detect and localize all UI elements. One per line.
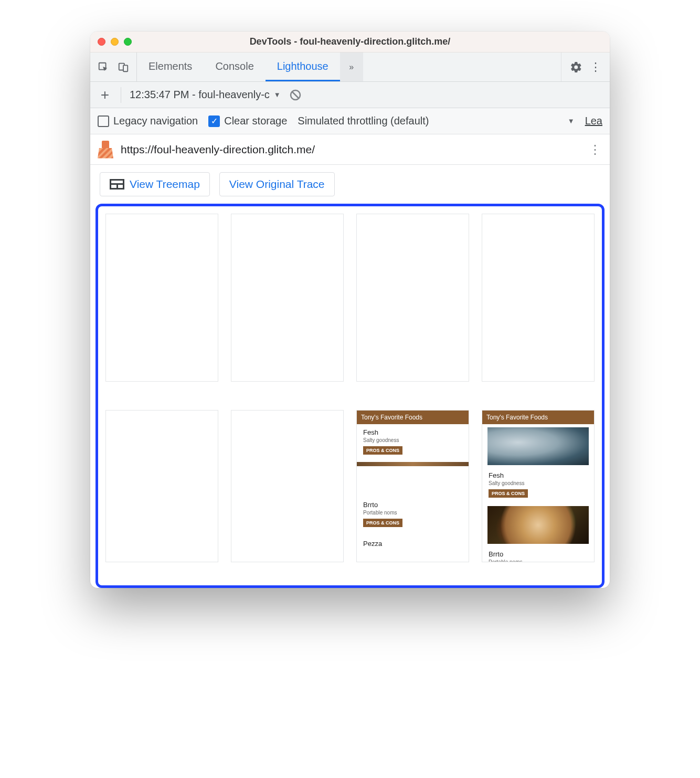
lighthouse-icon	[98, 141, 113, 159]
thumb-title: Fesh	[363, 428, 462, 436]
filmstrip-frame[interactable]	[356, 214, 469, 382]
filmstrip-frame[interactable]	[105, 410, 218, 562]
thumb-card: Fesh Salty goodness PROS & CONS	[357, 424, 469, 460]
treemap-icon	[110, 179, 124, 190]
report-actions: View Treemap View Original Trace	[90, 165, 610, 204]
view-trace-button[interactable]: View Original Trace	[219, 172, 335, 196]
more-tabs-button[interactable]: »	[340, 52, 363, 81]
thumb-title: Fesh	[489, 471, 588, 479]
checkbox-unchecked-icon	[98, 115, 109, 127]
thumb-title: Pezza	[363, 540, 462, 548]
thumb-title: Brrto	[489, 550, 588, 558]
kebab-menu-icon[interactable]: ⋮	[590, 66, 601, 69]
view-treemap-button[interactable]: View Treemap	[100, 172, 210, 196]
tab-console[interactable]: Console	[204, 52, 265, 81]
svg-rect-2	[123, 65, 128, 71]
zoom-icon[interactable]	[124, 38, 132, 46]
panel-tabs: Elements Console Lighthouse	[137, 52, 340, 81]
truncated-link[interactable]: Lea	[585, 115, 602, 127]
inspect-icon[interactable]	[98, 61, 109, 73]
clear-storage-option[interactable]: ✓ Clear storage	[208, 115, 287, 127]
thumb-image-strip	[357, 462, 469, 466]
pros-cons-badge: PROS & CONS	[363, 519, 402, 527]
window-title: DevTools - foul-heavenly-direction.glitc…	[90, 36, 610, 47]
chevron-down-icon: ▼	[274, 91, 281, 99]
thumb-header: Tony's Favorite Foods	[482, 411, 594, 424]
tab-elements[interactable]: Elements	[137, 52, 204, 81]
close-icon[interactable]	[98, 38, 105, 46]
thumb-sub: Salty goodness	[489, 480, 588, 486]
clear-storage-label: Clear storage	[224, 115, 287, 127]
tabbar-inspect-group	[90, 52, 137, 81]
legacy-nav-label: Legacy navigation	[113, 115, 198, 127]
throttling-label: Simulated throttling (default)	[298, 115, 429, 127]
thumb-image-burrito	[487, 506, 589, 544]
thumb-body: Fesh Salty goodness PROS & CONS Brrto Po…	[482, 427, 594, 562]
thumb-card: Fesh Salty goodness PROS & CONS	[482, 467, 594, 503]
clear-icon[interactable]	[289, 89, 302, 101]
filmstrip-frame[interactable]	[231, 410, 344, 562]
filmstrip-frame[interactable]: Tony's Favorite Foods Fesh Salty goodnes…	[356, 410, 469, 562]
thumb-card: Brrto Portable noms	[482, 546, 594, 562]
device-toggle-icon[interactable]	[118, 61, 129, 73]
chevron-down-icon: ▼	[568, 117, 575, 125]
titlebar: DevTools - foul-heavenly-direction.glitc…	[90, 31, 610, 52]
thumb-sub: Portable noms	[363, 510, 462, 516]
throttling-select[interactable]: Simulated throttling (default)	[298, 115, 429, 127]
lighthouse-options: Legacy navigation ✓ Clear storage Simula…	[90, 108, 610, 134]
report-urlbar: https://foul-heavenly-direction.glitch.m…	[90, 134, 610, 165]
svg-line-4	[292, 91, 299, 98]
legacy-nav-option[interactable]: Legacy navigation	[98, 115, 198, 127]
thumb-sub: Salty goodness	[363, 437, 462, 443]
chevron-double-right-icon: »	[349, 62, 354, 72]
thumb-title: Brrto	[363, 501, 462, 509]
report-select-label: 12:35:47 PM - foul-heavenly-c	[130, 89, 270, 101]
thumb-header: Tony's Favorite Foods	[357, 411, 469, 424]
view-trace-label: View Original Trace	[229, 178, 325, 191]
thumb-body: Fesh Salty goodness PROS & CONS Brrto Po…	[357, 424, 469, 554]
view-treemap-label: View Treemap	[130, 178, 200, 191]
gear-icon[interactable]	[570, 61, 582, 73]
filmstrip: Tony's Favorite Foods Fesh Salty goodnes…	[96, 204, 604, 588]
report-select[interactable]: 12:35:47 PM - foul-heavenly-c ▼	[130, 89, 281, 101]
devtools-window: DevTools - foul-heavenly-direction.glitc…	[90, 31, 610, 588]
thumb-card: Pezza	[357, 532, 469, 554]
pros-cons-badge: PROS & CONS	[363, 446, 402, 455]
pros-cons-badge: PROS & CONS	[489, 489, 528, 498]
lighthouse-toolbar: + 12:35:47 PM - foul-heavenly-c ▼	[90, 82, 610, 108]
filmstrip-frame[interactable]	[482, 214, 595, 382]
tabbar-right: ⋮	[561, 52, 610, 81]
thumb-image-fish	[487, 427, 589, 465]
tab-lighthouse[interactable]: Lighthouse	[266, 52, 340, 81]
filmstrip-frame[interactable]: Tony's Favorite Foods Fesh Salty goodnes…	[482, 410, 595, 562]
minimize-icon[interactable]	[111, 38, 119, 46]
traffic-lights	[98, 38, 132, 46]
report-menu-icon[interactable]: ⋮	[589, 142, 602, 157]
new-report-button[interactable]: +	[98, 87, 112, 103]
report-url: https://foul-heavenly-direction.glitch.m…	[121, 143, 581, 156]
thumb-card: Brrto Portable noms PROS & CONS	[357, 497, 469, 532]
separator	[121, 87, 121, 103]
filmstrip-frame[interactable]	[231, 214, 344, 382]
panel-tabbar: Elements Console Lighthouse » ⋮	[90, 52, 610, 82]
thumb-sub: Portable noms	[489, 559, 588, 562]
filmstrip-frame[interactable]	[105, 214, 218, 382]
checkbox-checked-icon: ✓	[208, 115, 220, 127]
